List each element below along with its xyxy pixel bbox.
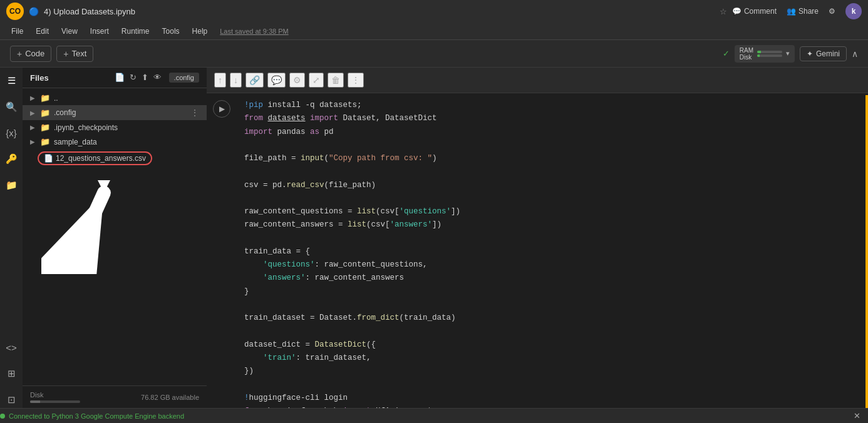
status-dot — [0, 414, 5, 419]
folder-icon-config: 📁 — [40, 108, 50, 118]
menu-help[interactable]: Help — [187, 26, 213, 37]
csv-filename: 12_questions_answers.csv — [56, 154, 146, 163]
config-badge: .config — [169, 73, 199, 83]
status-text: Connected to Python 3 Google Compute Eng… — [9, 412, 184, 420]
toolbar-right: ✓ RAM Disk ▾ ✦ Gemini ∧ — [723, 45, 858, 63]
dropdown-arrow: ▾ — [786, 49, 790, 58]
secrets-icon[interactable]: 🔑 — [3, 151, 20, 167]
sidebar-tree: ▶ 📁 .. ▶ 📁 .config ⋮ ▶ 📁 .ipynb_checkpoi… — [23, 88, 207, 385]
avatar[interactable]: k — [845, 3, 862, 19]
drive-icon: 🔵 — [29, 7, 39, 16]
terminal-icon[interactable]: ⊡ — [5, 392, 18, 408]
sidebar-header: Files 📄 ↻ ⬆ 👁 .config — [23, 68, 207, 88]
arrow-container — [23, 168, 207, 268]
gemini-icon: ✦ — [807, 49, 813, 58]
disk-label: Disk — [30, 391, 80, 399]
title-bar: CO 🔵 4) Upload Datasets.ipynb ☆ 💬 Commen… — [0, 0, 868, 23]
disk-available: 76.82 GB available — [141, 394, 199, 401]
tree-item-sample-data[interactable]: ▶ 📁 sample_data — [23, 135, 207, 149]
sidebar-header-icons: 📄 ↻ ⬆ 👁 .config — [115, 73, 199, 83]
sidebar-icon-strip: ☰ 🔍 {x} 🔑 📁 <> ⊞ ⊡ — [0, 68, 23, 408]
comment-icon: 💬 — [732, 7, 741, 16]
collapse-button[interactable]: ∧ — [852, 49, 858, 59]
share-button[interactable]: 👥 Share — [787, 7, 819, 16]
menu-file[interactable]: File — [6, 26, 28, 37]
code-snippets-icon[interactable]: <> — [3, 340, 19, 355]
tree-item-csv[interactable]: ▶ 📄 12_questions_answers.csv — [23, 149, 207, 168]
tree-arrow-checkpoints: ▶ — [30, 124, 36, 131]
comment-button[interactable]: 💬 Comment — [732, 7, 777, 16]
ram-disk-widget[interactable]: RAM Disk ▾ — [735, 45, 795, 63]
plus-icon: + — [17, 49, 22, 59]
tree-arrow-config: ▶ — [30, 110, 36, 116]
sidebar-wrapper: ☰ 🔍 {x} 🔑 📁 <> ⊞ ⊡ Files 📄 ↻ ⬆ 👁 .config — [0, 68, 207, 408]
new-file-icon[interactable]: 📄 — [115, 73, 125, 83]
gemini-button[interactable]: ✦ Gemini — [800, 46, 847, 61]
share-icon: 👥 — [787, 7, 796, 16]
files-title: Files — [30, 73, 49, 83]
ram-disk-labels: RAM Disk — [740, 47, 753, 61]
settings-button[interactable]: ⚙ — [829, 7, 835, 16]
add-text-button[interactable]: + Text — [56, 46, 93, 62]
svg-line-1 — [73, 193, 104, 262]
files-icon[interactable]: 📁 — [3, 177, 20, 193]
folder-icon: 📁 — [40, 93, 50, 103]
refresh-icon[interactable]: ↻ — [130, 73, 137, 83]
main-area: ☰ 🔍 {x} 🔑 📁 <> ⊞ ⊡ Files 📄 ↻ ⬆ 👁 .config — [0, 68, 868, 408]
toolbar: + Code + Text ✓ RAM Disk ▾ ✦ Gemini ∧ — [0, 40, 868, 68]
menu-tools[interactable]: Tools — [157, 26, 185, 37]
menu-view[interactable]: View — [56, 26, 83, 37]
last-saved: Last saved at 9:38 PM — [220, 28, 288, 35]
code-label: Code — [25, 49, 44, 58]
arrow-svg — [41, 174, 142, 274]
tree-label-config: .config — [54, 108, 187, 117]
tree-item-config[interactable]: ▶ 📁 .config ⋮ — [23, 105, 207, 120]
code-area[interactable]: ↑ ↓ 🔗 💬 ⚙ ⤢ 🗑 ⋮ ▶ !pip install -q datase… — [207, 68, 868, 408]
folder-icon-sample: 📁 — [40, 137, 50, 146]
star-icon[interactable]: ☆ — [720, 7, 727, 16]
plus-text-icon: + — [63, 49, 68, 59]
status-bar: Connected to Python 3 Google Compute Eng… — [0, 408, 868, 423]
tree-label-parent: .. — [54, 94, 199, 103]
tree-arrow: ▶ — [30, 94, 36, 101]
menu-bar: File Edit View Insert Runtime Tools Help… — [0, 23, 868, 40]
tree-label-checkpoints: .ipynb_checkpoints — [54, 123, 199, 132]
connected-check: ✓ — [723, 49, 730, 58]
menu-insert[interactable]: Insert — [85, 26, 114, 37]
tree-item-checkpoints[interactable]: ▶ 📁 .ipynb_checkpoints — [23, 120, 207, 135]
colab-logo: CO — [6, 3, 24, 20]
menu-edit[interactable]: Edit — [31, 26, 54, 37]
folder-icon-checkpoints: 📁 — [40, 123, 50, 132]
tree-dots-config[interactable]: ⋮ — [190, 108, 199, 118]
code-content: !pip install -q datasets; from datasets … — [207, 68, 868, 408]
upload-icon[interactable]: ⬆ — [142, 73, 148, 83]
ram-disk-bars — [757, 51, 782, 57]
gemini-label: Gemini — [816, 49, 840, 58]
disk-bar — [30, 400, 80, 403]
text-label: Text — [71, 49, 86, 58]
svg-marker-2 — [98, 180, 110, 193]
close-status-button[interactable]: ✕ — [854, 411, 860, 420]
tree-label-sample: sample_data — [54, 138, 199, 146]
search-icon[interactable]: 🔍 — [3, 99, 20, 115]
add-code-button[interactable]: + Code — [10, 46, 51, 62]
csv-file-highlight[interactable]: 📄 12_questions_answers.csv — [38, 151, 152, 165]
sidebar-bottom: Disk 76.82 GB available — [23, 385, 207, 408]
file-icon-csv: 📄 — [44, 154, 53, 163]
notebook-title: 4) Upload Datasets.ipynb — [44, 7, 715, 16]
tree-arrow-sample: ▶ — [30, 138, 36, 145]
menu-icon[interactable]: ☰ — [5, 73, 18, 89]
tree-item-parent[interactable]: ▶ 📁 .. — [23, 91, 207, 105]
variables-icon[interactable]: {x} — [3, 125, 19, 141]
eye-icon[interactable]: 👁 — [153, 73, 162, 83]
command-palette-icon[interactable]: ⊞ — [5, 365, 18, 382]
menu-runtime[interactable]: Runtime — [116, 26, 155, 37]
title-actions: 💬 Comment 👥 Share ⚙ k — [732, 3, 862, 19]
disk-bar-fill — [30, 400, 40, 403]
sidebar-content: Files 📄 ↻ ⬆ 👁 .config ▶ 📁 .. — [23, 68, 207, 408]
